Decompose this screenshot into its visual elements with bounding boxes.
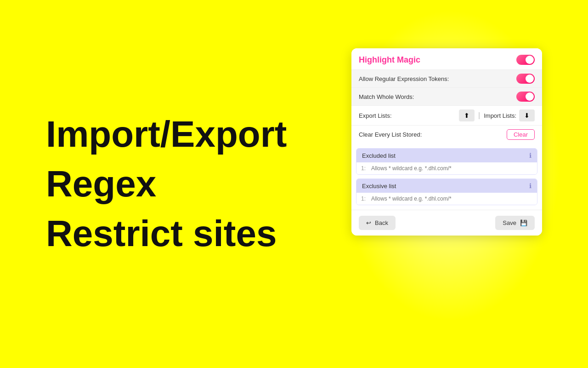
excluded-list-header: Excluded list ℹ [356, 149, 537, 162]
excluded-list-section: Excluded list ℹ 1: [356, 148, 537, 175]
settings-panel: Highlight Magic Allow Regular Expression… [351, 48, 542, 236]
excluded-info-icon[interactable]: ℹ [529, 152, 531, 159]
exclusive-list-input[interactable] [371, 196, 532, 202]
exclusive-list-index: 1: [361, 196, 368, 202]
exclusive-list-title: Exclusive list [362, 183, 396, 190]
clear-every-label: Clear Every List Stored: [359, 131, 422, 138]
exclusive-list-input-row: 1: [356, 193, 537, 205]
excluded-list-index: 1: [361, 165, 368, 172]
panel-footer: ↩ Back Save 💾 [351, 210, 542, 236]
import-label: Import Lists: [484, 112, 516, 119]
save-button[interactable]: Save 💾 [495, 216, 535, 230]
background-text-block: Import/Export Regex Restrict sites [0, 0, 322, 368]
exclusive-list-header: Exclusive list ℹ [356, 179, 537, 193]
clear-row: Clear Every List Stored: Clear [351, 125, 542, 144]
export-label: Export Lists: [359, 112, 459, 119]
bg-line-1: Import/Export [46, 114, 287, 155]
main-toggle[interactable] [516, 55, 535, 65]
save-icon: 💾 [520, 219, 527, 226]
divider: | [478, 111, 480, 120]
panel-title: Highlight Magic [359, 55, 420, 65]
save-label: Save [503, 219, 516, 226]
export-icon: ⬆ [464, 112, 469, 119]
whole-words-label: Match Whole Words: [359, 93, 414, 100]
bg-line-3: Restrict sites [46, 213, 277, 254]
regex-label: Allow Regular Expression Tokens: [359, 75, 449, 82]
excluded-list-input[interactable] [371, 165, 532, 172]
export-button[interactable]: ⬆ [459, 109, 475, 121]
whole-words-toggle-slider[interactable] [516, 92, 535, 102]
whole-words-toggle-row: Match Whole Words: [351, 87, 542, 105]
whole-words-toggle[interactable] [516, 92, 535, 102]
back-button[interactable]: ↩ Back [359, 216, 396, 230]
import-icon: ⬇ [524, 112, 530, 119]
export-import-row: Export Lists: ⬆ | Import Lists: ⬇ [351, 105, 542, 125]
exclusive-list-section: Exclusive list ℹ 1: [356, 178, 537, 205]
exclusive-info-icon[interactable]: ℹ [529, 182, 531, 190]
regex-toggle-row: Allow Regular Expression Tokens: [351, 69, 542, 87]
bg-line-2: Regex [46, 164, 156, 204]
import-button[interactable]: ⬇ [519, 109, 535, 121]
panel-header: Highlight Magic [351, 48, 542, 69]
main-toggle-container[interactable] [516, 55, 535, 65]
regex-toggle-slider[interactable] [516, 74, 535, 84]
excluded-list-input-row: 1: [356, 162, 537, 174]
main-toggle-slider[interactable] [516, 55, 535, 65]
back-icon: ↩ [366, 219, 371, 226]
clear-button[interactable]: Clear [507, 129, 535, 140]
excluded-list-title: Excluded list [362, 152, 396, 159]
back-label: Back [375, 219, 388, 226]
regex-toggle[interactable] [516, 74, 535, 84]
